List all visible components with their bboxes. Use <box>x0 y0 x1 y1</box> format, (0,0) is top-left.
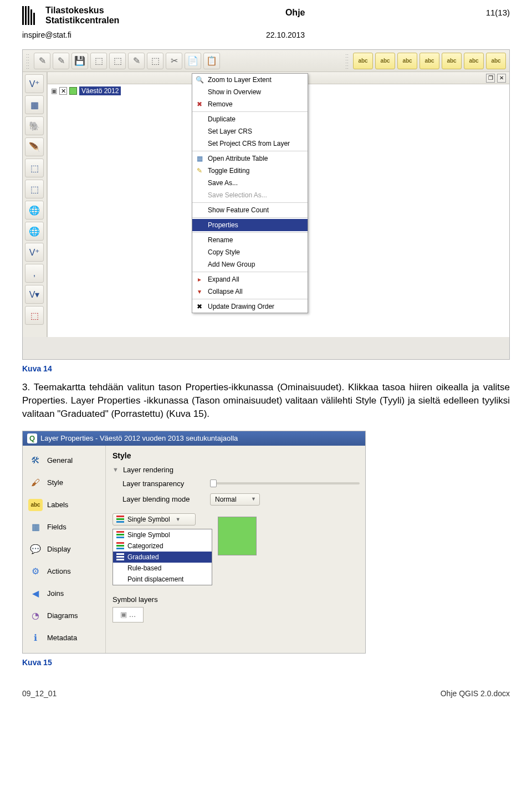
transparency-slider[interactable] <box>210 479 217 487</box>
tab-icon: ◔ <box>28 610 43 622</box>
context-menu-item[interactable]: Properties <box>192 219 308 231</box>
label-abc-icon[interactable]: abc <box>486 53 506 69</box>
context-menu-item[interactable]: Save As... <box>192 177 308 189</box>
menu-item-icon <box>195 115 204 124</box>
add-delimited-icon[interactable]: , <box>25 264 44 283</box>
layer-transparency-label: Layer transparency <box>122 479 206 488</box>
menu-item-icon <box>195 248 204 257</box>
remove-layer-icon[interactable]: ⬚ <box>25 306 44 325</box>
context-menu-item[interactable]: ✖Remove <box>192 98 308 110</box>
context-menu-item[interactable]: Show Feature Count <box>192 204 308 216</box>
add-raster-icon[interactable]: ▦ <box>25 95 44 114</box>
renderer-dropdown-list: Single SymbolCategorizedGraduatedRule-ba… <box>112 529 212 585</box>
context-menu-item[interactable]: Save Selection As... <box>192 189 308 201</box>
menu-item-label: Set Layer CRS <box>208 127 252 135</box>
tab-icon: ▦ <box>28 521 43 533</box>
context-menu-item[interactable]: Copy Style <box>192 246 308 258</box>
properties-tab[interactable]: ℹMetadata <box>27 630 101 646</box>
blending-mode-combo[interactable]: Normal <box>210 493 260 506</box>
tool-icon[interactable]: ⬚ <box>90 53 107 69</box>
menu-item-icon: ✎ <box>195 166 204 175</box>
doc-title: Ohje <box>119 6 471 18</box>
menu-item-label: Set Project CRS from Layer <box>208 140 290 147</box>
properties-tab[interactable]: ◔Diagrams <box>27 608 101 624</box>
renderer-option-label: Rule-based <box>127 564 161 572</box>
properties-tab[interactable]: ▦Fields <box>27 519 101 535</box>
doc-date: 22.10.2013 <box>266 30 510 39</box>
renderer-option[interactable]: Graduated <box>113 552 212 563</box>
tool-icon[interactable]: ✎ <box>128 53 145 69</box>
menu-item-icon: ▾ <box>195 287 204 296</box>
add-csv-icon[interactable]: V⁺ <box>25 243 44 262</box>
context-menu-item[interactable]: Set Layer CRS <box>192 125 308 137</box>
context-menu-item[interactable]: ✎Toggle Editing <box>192 165 308 177</box>
context-menu-item[interactable]: Duplicate <box>192 113 308 125</box>
tool-icon[interactable]: 📋 <box>203 53 220 69</box>
label-abc-icon[interactable]: abc <box>375 53 395 69</box>
tool-icon[interactable]: ⬚ <box>147 53 163 69</box>
tool-icon[interactable]: ✎ <box>53 53 69 69</box>
context-menu-item[interactable]: ▦Open Attribute Table <box>192 152 308 165</box>
context-menu-item[interactable]: ✖Update Drawing Order <box>192 300 308 313</box>
new-shp-icon[interactable]: V▾ <box>25 285 44 304</box>
label-abc-icon[interactable]: abc <box>397 53 417 69</box>
blending-mode-label: Layer blending mode <box>122 495 206 503</box>
renderer-option[interactable]: Single Symbol <box>113 529 212 540</box>
tool-icon[interactable]: 💾 <box>71 53 88 69</box>
left-toolbar: V⁺ ▦ 🐘 🪶 ⬚ ⬚ 🌐 🌐 V⁺ , V▾ ⬚ <box>23 72 47 337</box>
properties-tab[interactable]: 💬Display <box>27 541 101 558</box>
layer-visibility-checkbox[interactable]: ✕ <box>59 87 67 95</box>
menu-item-icon <box>195 236 204 244</box>
layer-name-label: Väestö 2012 <box>79 86 121 95</box>
renderer-option[interactable]: Categorized <box>113 540 212 552</box>
label-abc-icon[interactable]: abc <box>353 53 373 69</box>
menu-item-label: Add New Group <box>208 261 255 268</box>
collapse-icon[interactable]: ▼ <box>112 466 119 473</box>
symbol-layers-box[interactable]: ▣ … <box>112 607 144 622</box>
figure-caption-14: Kuva 14 <box>22 364 510 373</box>
context-menu-item[interactable]: Set Project CRS from Layer <box>192 137 308 150</box>
properties-tab[interactable]: ◀Joins <box>27 585 101 602</box>
menu-item-icon <box>195 221 204 229</box>
properties-tab[interactable]: 🛠General <box>27 452 101 469</box>
add-mssql-icon[interactable]: ⬚ <box>25 159 44 177</box>
label-abc-icon[interactable]: abc <box>464 53 484 69</box>
menu-item-label: Zoom to Layer Extent <box>208 76 272 84</box>
label-abc-icon[interactable]: abc <box>420 53 439 69</box>
renderer-option[interactable]: Rule-based <box>113 563 212 574</box>
renderer-option-label: Single Symbol <box>127 531 170 539</box>
tool-icon[interactable]: ⬚ <box>109 53 126 69</box>
context-menu-item[interactable]: ▾Collapse All <box>192 285 308 298</box>
add-spatialite-icon[interactable]: 🪶 <box>25 137 44 156</box>
context-menu-item[interactable]: Show in Overview <box>192 86 308 98</box>
instruction-paragraph: 3. Teemakartta tehdään valitun tason Pro… <box>22 381 510 420</box>
org-logo: Tilastokeskus Statistikcentralen <box>22 6 119 25</box>
properties-tab[interactable]: 🖌Style <box>27 474 101 491</box>
context-menu-item[interactable]: 🔍Zoom to Layer Extent <box>192 74 308 86</box>
dialog-title-text: Layer Properties - Väestö 2012 vuoden 20… <box>40 434 238 442</box>
renderer-option[interactable]: Point displacement <box>113 574 212 585</box>
style-heading: Style <box>112 451 360 460</box>
tool-icon[interactable]: ✎ <box>34 53 50 69</box>
add-postgis-icon[interactable]: 🐘 <box>25 116 44 135</box>
tool-icon[interactable]: 📄 <box>185 53 201 69</box>
undock-icon[interactable]: ❐ <box>486 74 495 83</box>
renderer-option-icon <box>116 531 124 539</box>
context-menu-item[interactable]: Rename <box>192 234 308 246</box>
add-wfs-icon[interactable]: 🌐 <box>25 222 44 241</box>
qgis-icon: Q <box>27 433 37 443</box>
properties-tab[interactable]: abcLabels <box>27 497 101 513</box>
renderer-type-combo[interactable]: Single Symbol ▼ <box>112 513 196 525</box>
context-menu-item[interactable]: ▸Expand All <box>192 273 308 285</box>
add-wms-icon[interactable]: ⬚ <box>25 180 44 198</box>
context-menu-item[interactable]: Add New Group <box>192 258 308 271</box>
menu-item-icon <box>195 127 204 136</box>
properties-tab[interactable]: ⚙Actions <box>27 563 101 580</box>
add-wcs-icon[interactable]: 🌐 <box>25 201 44 220</box>
menu-item-icon: ▦ <box>195 154 204 163</box>
add-vector-icon[interactable]: V⁺ <box>25 74 44 93</box>
tool-icon[interactable]: ✂ <box>166 53 182 69</box>
renderer-option-label: Categorized <box>127 542 163 550</box>
close-icon[interactable]: ✕ <box>497 74 506 83</box>
label-abc-icon[interactable]: abc <box>442 53 462 69</box>
